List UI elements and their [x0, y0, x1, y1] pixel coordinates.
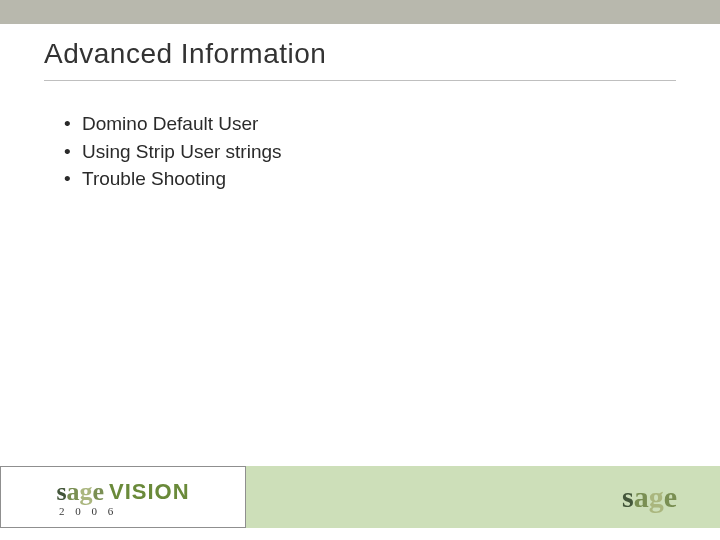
bullet-list: Domino Default User Using Strip User str… — [64, 110, 660, 193]
footer-bar: sage VISION 2 0 0 6 sage — [0, 466, 720, 528]
list-item: Using Strip User strings — [64, 138, 660, 166]
vision-wordmark: VISION — [109, 479, 190, 505]
list-item: Trouble Shooting — [64, 165, 660, 193]
footer-left-logo: sage VISION 2 0 0 6 — [0, 466, 246, 528]
title-area: Advanced Information — [44, 38, 676, 81]
title-divider — [44, 80, 676, 81]
list-item: Domino Default User — [64, 110, 660, 138]
logo-row: sage VISION — [56, 477, 189, 507]
slide: Advanced Information Domino Default User… — [0, 0, 720, 540]
slide-title: Advanced Information — [44, 38, 676, 70]
footer-right-logo: sage — [578, 466, 720, 528]
top-accent-band — [0, 0, 720, 24]
footer-spacer — [246, 466, 578, 528]
sage-logo-icon: sage — [622, 480, 676, 514]
year-label: 2 0 0 6 — [59, 505, 117, 517]
sage-logo-icon: sage — [56, 477, 103, 507]
